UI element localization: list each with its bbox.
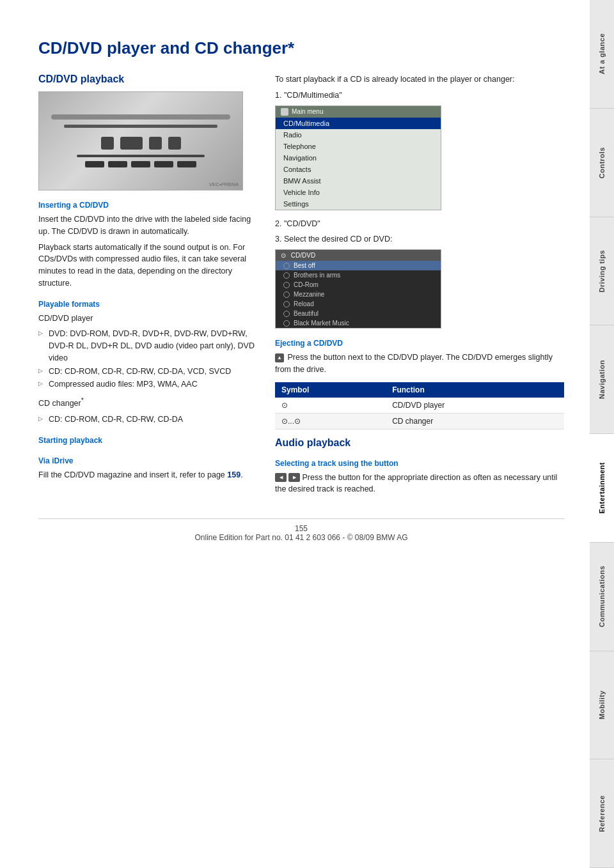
cd-formats-list: CD: CD-ROM, CD-R, CD-RW, CD-DA — [38, 414, 256, 426]
image-watermark: VEC•FRBNA — [209, 182, 239, 187]
list-item: Compressed audio files: MP3, WMA, AAC — [38, 378, 256, 391]
via-idrive-heading: Via iDrive — [38, 455, 256, 467]
tab-communications[interactable]: Communications — [590, 543, 614, 651]
menu-item-vehicle-info: Vehicle Info — [276, 187, 441, 198]
table-header-function: Function — [386, 382, 564, 398]
list-item: DVD: DVD-ROM, DVD-R, DVD+R, DVD-RW, DVD+… — [38, 328, 256, 364]
menu-item-telephone: Telephone — [276, 141, 441, 152]
cd-dvd-playback-heading: CD/DVD playback — [38, 74, 256, 85]
step-1: 1. "CD/Multimedia" — [275, 89, 564, 102]
cd-item-icon — [283, 263, 290, 269]
menu-icon — [281, 108, 288, 116]
cd-menu-item-best-off: Best off — [276, 261, 441, 270]
tab-label-driving-tips: Driving tips — [598, 250, 606, 293]
cd-item-icon — [283, 311, 290, 317]
table-row: ⊙ CD/DVD player — [275, 398, 564, 414]
step-2: 2. "CD/DVD" — [275, 218, 564, 230]
cd-menu-item-beautiful: Beautiful — [276, 309, 441, 318]
page-footer: 155 Online Edition for Part no. 01 41 2 … — [38, 518, 564, 542]
tab-label-entertainment: Entertainment — [598, 462, 606, 513]
tab-label-mobility: Mobility — [598, 690, 606, 720]
formats-player-label: CD/DVD player — [38, 313, 256, 325]
main-content: CD/DVD player and CD changer* CD/DVD pla… — [0, 0, 590, 868]
page-number: 155 — [295, 524, 308, 533]
main-menu-title: Main menu — [292, 108, 323, 115]
prev-button-icon — [275, 473, 287, 482]
side-navigation: At a glance Controls Driving tips Naviga… — [590, 0, 614, 868]
tab-entertainment[interactable]: Entertainment — [590, 434, 614, 543]
formats-changer-label: CD changer* — [38, 396, 256, 410]
list-item: CD: CD-ROM, CD-R, CD-RW, CD-DA — [38, 414, 256, 426]
cd-menu-item-reload: Reload — [276, 299, 441, 309]
cd-item-icon — [283, 272, 290, 279]
tab-driving-tips[interactable]: Driving tips — [590, 217, 614, 326]
tab-mobility[interactable]: Mobility — [590, 651, 614, 760]
function-cd-changer: CD changer — [386, 413, 564, 429]
table-header-symbol: Symbol — [275, 382, 386, 398]
footer-text: Online Edition for Part no. 01 41 2 603 … — [194, 533, 407, 542]
tab-label-navigation: Navigation — [598, 360, 606, 399]
tab-controls[interactable]: Controls — [590, 109, 614, 217]
symbol-table: Symbol Function ⊙ CD/DVD player ⊙...⊙ CD… — [275, 382, 564, 430]
selecting-text: Press the button for the appropriate dir… — [275, 472, 564, 496]
tab-label-communications: Communications — [598, 566, 606, 627]
page-link[interactable]: 159 — [227, 470, 240, 479]
cd-menu-item-mezzanine: Mezzanine — [276, 290, 441, 299]
eject-icon: ▲ — [275, 353, 284, 362]
cd-menu-screenshot: ⊙ CD/DVD Best off Brothers in arms CD-Ro… — [275, 249, 441, 329]
audio-playback-heading: Audio playback — [275, 437, 564, 449]
symbol-cd-changer: ⊙...⊙ — [275, 413, 386, 429]
ejecting-text: ▲ Press the button next to the CD/DVD pl… — [275, 352, 564, 376]
tab-reference[interactable]: Reference — [590, 759, 614, 868]
main-menu-screenshot: Main menu CD/Multimedia Radio Telephone … — [275, 105, 441, 210]
formats-heading: Playable formats — [38, 298, 256, 310]
menu-item-contacts: Contacts — [276, 164, 441, 175]
tab-label-controls: Controls — [598, 147, 606, 178]
symbol-cd-dvd: ⊙ — [275, 398, 386, 414]
dvd-formats-list: DVD: DVD-ROM, DVD-R, DVD+R, DVD-RW, DVD+… — [38, 328, 256, 391]
nav-buttons — [275, 473, 300, 482]
function-cd-dvd: CD/DVD player — [386, 398, 564, 414]
tab-label-reference: Reference — [598, 795, 606, 832]
cd-item-icon — [283, 291, 290, 298]
next-button-icon — [288, 473, 300, 482]
tab-at-a-glance[interactable]: At a glance — [590, 0, 614, 109]
menu-item-bmw-assist: BMW Assist — [276, 175, 441, 187]
two-column-layout: CD/DVD playback — [38, 74, 564, 499]
menu-item-navigation: Navigation — [276, 152, 441, 164]
cd-item-icon — [283, 282, 290, 288]
cd-item-icon — [283, 320, 290, 327]
playback-intro: To start playback if a CD is already loc… — [275, 74, 564, 86]
menu-item-radio: Radio — [276, 129, 441, 141]
right-column: To start playback if a CD is already loc… — [275, 74, 564, 499]
tab-navigation[interactable]: Navigation — [590, 325, 614, 434]
cd-menu-item-brothers: Brothers in arms — [276, 270, 441, 280]
page-title: CD/DVD player and CD changer* — [38, 38, 564, 58]
selecting-track-heading: Selecting a track using the button — [275, 458, 564, 469]
left-column: CD/DVD playback — [38, 74, 256, 499]
cd-menu-item-black-market: Black Market Music — [276, 318, 441, 328]
tab-label-at-a-glance: At a glance — [598, 33, 606, 74]
cd-player-image: VEC•FRBNA — [38, 91, 243, 190]
cd-item-icon — [283, 301, 290, 307]
cd-menu-item-cdrom: CD-Rom — [276, 280, 441, 290]
step-3: 3. Select the desired CD or DVD: — [275, 233, 564, 245]
cd-screen-title-bar: ⊙ CD/DVD — [276, 250, 441, 261]
list-item: CD: CD-ROM, CD-R, CD-RW, CD-DA, VCD, SVC… — [38, 366, 256, 378]
menu-item-settings: Settings — [276, 198, 441, 210]
via-idrive-text: Fill the CD/DVD magazine and insert it, … — [38, 469, 256, 481]
ejecting-heading: Ejecting a CD/DVD — [275, 337, 564, 349]
inserting-text-2: Playback starts automatically if the sou… — [38, 242, 256, 290]
inserting-text-1: Insert the CD/DVD into the drive with th… — [38, 213, 256, 238]
table-row: ⊙...⊙ CD changer — [275, 413, 564, 429]
menu-item-cd-multimedia: CD/Multimedia — [276, 118, 441, 129]
starting-heading: Starting playback — [38, 435, 256, 446]
inserting-heading: Inserting a CD/DVD — [38, 199, 256, 211]
